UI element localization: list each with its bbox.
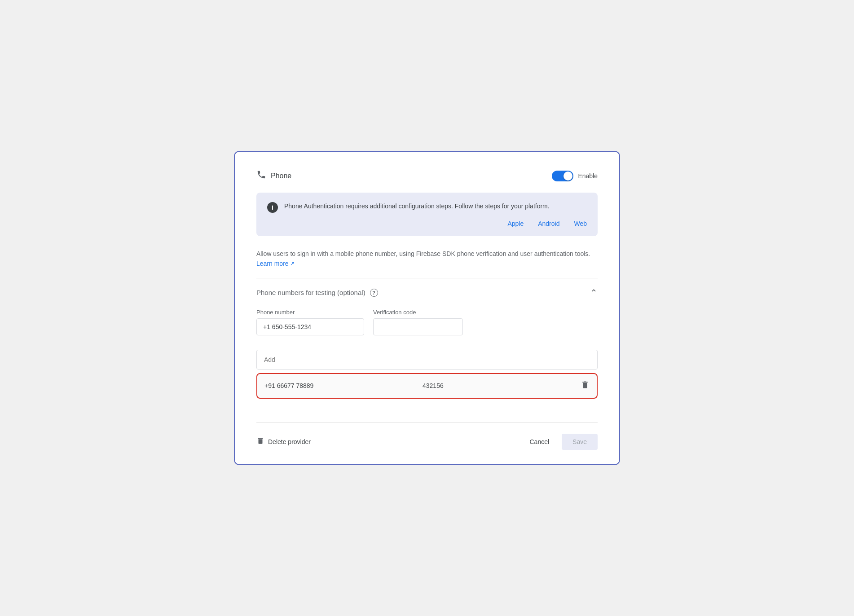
footer: Delete provider Cancel Save <box>256 422 598 450</box>
save-button[interactable]: Save <box>562 434 598 450</box>
cancel-button[interactable]: Cancel <box>522 434 556 450</box>
header-row: Phone Enable <box>256 170 598 182</box>
footer-buttons: Cancel Save <box>522 434 598 450</box>
verification-code-label: Verification code <box>373 309 463 316</box>
delete-provider-button[interactable]: Delete provider <box>256 437 311 447</box>
web-link[interactable]: Web <box>574 220 587 227</box>
info-box-top: i Phone Authentication requires addition… <box>267 202 587 213</box>
enable-label: Enable <box>578 172 598 180</box>
enable-group: Enable <box>552 171 598 181</box>
learn-more-link[interactable]: Learn more ↗ <box>256 259 295 268</box>
help-icon: ? <box>370 289 378 297</box>
info-message: Phone Authentication requires additional… <box>284 202 550 211</box>
info-box: i Phone Authentication requires addition… <box>256 193 598 236</box>
testing-section-header[interactable]: Phone numbers for testing (optional) ? ⌃ <box>256 287 598 298</box>
phone-header-label: Phone <box>271 172 291 180</box>
verification-code-field-group: Verification code <box>373 309 463 335</box>
add-input[interactable] <box>264 356 590 363</box>
dialog: Phone Enable i Phone Authentication requ… <box>234 151 620 465</box>
delete-row-icon[interactable] <box>581 380 590 392</box>
phone-label-group: Phone <box>256 170 291 182</box>
testing-title-text: Phone numbers for testing (optional) <box>256 289 365 296</box>
android-link[interactable]: Android <box>538 220 559 227</box>
data-row: +91 66677 78889 432156 <box>256 373 598 399</box>
add-row[interactable] <box>256 350 598 370</box>
enable-toggle[interactable] <box>552 171 573 181</box>
toggle-thumb <box>563 172 572 180</box>
phone-number-label: Phone number <box>256 309 364 316</box>
chevron-up-icon: ⌃ <box>590 287 598 298</box>
testing-title-group: Phone numbers for testing (optional) ? <box>256 289 378 297</box>
phone-icon <box>256 170 266 182</box>
data-row-code: 432156 <box>423 382 581 389</box>
delete-provider-label: Delete provider <box>268 438 311 445</box>
form-fields: Phone number Verification code <box>256 309 598 335</box>
info-icon: i <box>267 202 278 213</box>
apple-link[interactable]: Apple <box>507 220 524 227</box>
delete-provider-icon <box>256 437 264 447</box>
data-row-phone: +91 66677 78889 <box>264 382 423 389</box>
phone-number-input[interactable] <box>256 318 364 335</box>
verification-code-input[interactable] <box>373 318 463 335</box>
description-text: Allow users to sign in with a mobile pho… <box>256 249 598 269</box>
info-links: Apple Android Web <box>267 220 587 227</box>
external-link-icon: ↗ <box>290 260 295 268</box>
divider <box>256 278 598 278</box>
phone-number-field-group: Phone number <box>256 309 364 335</box>
